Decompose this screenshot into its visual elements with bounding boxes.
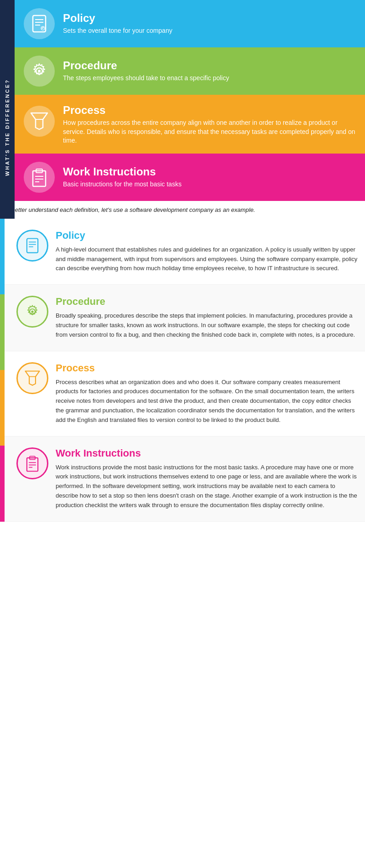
policy-top-text: Policy Sets the overall tone for your co… [63,12,172,36]
top-section: ✓ Policy Sets the overall tone for your … [15,0,365,201]
policy-top-block: ✓ Policy Sets the overall tone for your … [15,0,365,47]
procedure-top-text: Procedure The steps employees should tak… [63,59,229,83]
svg-marker-21 [25,371,39,385]
process-detail-item: Process Process describes what an organi… [5,351,365,437]
workinstructions-top-text: Work Instructions Basic instructions for… [63,165,182,189]
process-top-subtitle: How procedures across the entire company… [63,118,356,145]
svg-point-7 [38,70,41,72]
gear-icon [29,61,49,81]
svg-point-20 [31,311,33,313]
left-bar-blue [0,219,5,294]
intro-text: To better understand each definition, le… [0,201,365,219]
procedure-top-title: Procedure [63,59,229,72]
process-top-block: Process How procedures across the entire… [15,95,365,154]
procedure-detail-title: Procedure [56,296,358,308]
policy-top-subtitle: Sets the overall tone for your company [63,26,172,36]
policy-detail-body: A high-level document that establishes r… [56,245,358,273]
workinstructions-detail-body: Work instructions provide the most basic… [56,463,358,510]
left-bar-green [0,294,5,370]
procedure-detail-icon [16,296,48,328]
process-top-icon-circle [24,106,55,137]
policy-detail-text: Policy A high-level document that establ… [56,230,358,273]
process-detail-svg-icon [24,370,41,387]
policy-top-icon-circle: ✓ [24,8,55,39]
process-detail-title: Process [56,362,358,374]
document-icon: ✓ [29,14,49,34]
workinstructions-detail-text: Work Instructions Work instructions prov… [56,447,358,510]
svg-text:✓: ✓ [42,27,45,31]
workinstructions-top-block: Work Instructions Basic instructions for… [15,154,365,201]
process-top-text: Process How procedures across the entire… [63,104,356,145]
detail-items: Policy A high-level document that establ… [5,219,365,522]
procedure-detail-item: Procedure Broadly speaking, procedures d… [5,285,365,351]
sidebar: WHAT'S THE DIFFERENCE? [0,0,15,255]
svg-rect-15 [27,238,38,252]
procedure-detail-body: Broadly speaking, procedures describe th… [56,311,358,339]
policy-detail-title: Policy [56,230,358,241]
detail-section: Policy A high-level document that establ… [0,219,365,522]
process-top-title: Process [63,104,356,117]
workinstructions-top-subtitle: Basic instructions for the most basic ta… [63,180,182,189]
procedure-top-icon-circle [24,56,55,87]
policy-detail-icon [16,230,48,262]
svg-marker-8 [31,113,47,129]
workinstructions-top-icon-circle [24,162,55,193]
procedure-top-block: Procedure The steps employees should tak… [15,47,365,95]
procedure-detail-svg-icon [24,303,41,320]
clipboard-icon [29,167,49,187]
policy-top-title: Policy [63,12,172,25]
procedure-top-subtitle: The steps employees should take to enact… [63,74,229,83]
workinstructions-detail-title: Work Instructions [56,447,358,459]
policy-detail-item: Policy A high-level document that establ… [5,219,365,285]
process-detail-body: Process describes what an organization d… [56,378,358,425]
process-detail-text: Process Process describes what an organi… [56,362,358,425]
workinstructions-top-title: Work Instructions [63,165,182,178]
process-detail-icon [16,362,48,394]
procedure-detail-text: Procedure Broadly speaking, procedures d… [56,296,358,339]
workinstructions-detail-icon [16,447,48,479]
policy-detail-svg-icon [24,237,41,254]
left-bar-orange [0,370,5,446]
left-bars [0,219,5,522]
sidebar-text: WHAT'S THE DIFFERENCE? [5,79,10,176]
workinstructions-detail-item: Work Instructions Work instructions prov… [5,437,365,522]
left-bar-pink [0,446,5,521]
workinstructions-detail-svg-icon [24,455,41,472]
funnel-icon [30,111,48,131]
